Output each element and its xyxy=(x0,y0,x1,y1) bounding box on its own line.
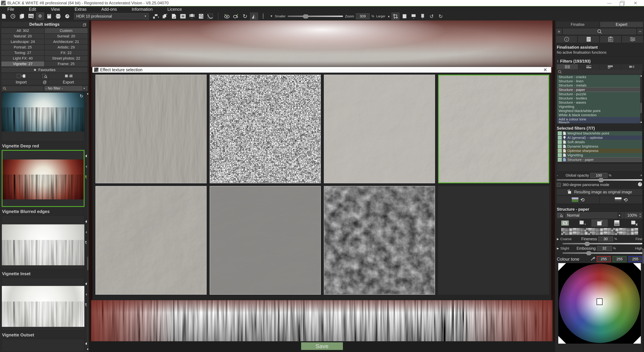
filter-item[interactable]: Structure - puzzle xyxy=(557,92,642,96)
checkbox-checked-icon[interactable] xyxy=(558,132,562,135)
menu-file[interactable]: File xyxy=(0,6,22,12)
category-artistic[interactable]: Artistic: 29 xyxy=(45,45,88,50)
category-custom[interactable]: Custom xyxy=(45,28,88,33)
expander-icon[interactable]: ▶ xyxy=(557,237,559,241)
category-all[interactable]: All: 302 xyxy=(1,28,44,33)
sliders-icon[interactable] xyxy=(622,36,643,42)
minimize-icon[interactable]: — xyxy=(607,0,612,6)
fineness-value[interactable]: 30 xyxy=(598,236,613,241)
dialog-title-bar[interactable]: Effect texture selection ✕ xyxy=(92,67,551,72)
compare-3d-button[interactable]: ↔ xyxy=(188,13,196,20)
zoom-in-icon[interactable]: ▲ xyxy=(388,14,390,18)
image-stack-button[interactable] xyxy=(161,13,169,20)
global-opacity-value[interactable]: 100 xyxy=(590,173,608,178)
view-layout-button[interactable] xyxy=(179,13,187,20)
zoom-slider[interactable] xyxy=(288,16,343,17)
selection-tool-button[interactable] xyxy=(401,13,408,20)
clipboard-list-icon[interactable] xyxy=(600,36,621,42)
menu-extras[interactable]: Extras xyxy=(67,6,94,12)
export-presets-icon[interactable]: + xyxy=(49,73,88,79)
filter-item[interactable]: Structure - waves xyxy=(557,100,642,104)
histogram-curve-button[interactable] xyxy=(206,13,214,20)
preset-dropdown[interactable]: HDR 10 professional ▼ xyxy=(74,13,149,20)
category-vignette[interactable]: Vignette: 27 xyxy=(1,62,44,66)
category-natural[interactable]: Natural: 20 xyxy=(1,34,44,39)
selected-filter-item[interactable]: Dynamic brightness xyxy=(557,144,642,148)
zoom-value[interactable]: 309 xyxy=(356,14,370,19)
texture-option-strong-crumple[interactable] xyxy=(96,186,206,295)
category-toning[interactable]: Toning: 27 xyxy=(1,50,44,55)
filter-search-input[interactable] xyxy=(563,28,636,34)
import-button[interactable]: Import xyxy=(1,80,41,85)
filter-list-search-input[interactable] xyxy=(557,69,642,75)
colour-original-refresh-button[interactable]: ⟲ xyxy=(557,196,599,204)
checkbox-checked-icon[interactable] xyxy=(558,158,562,162)
slider-handle[interactable] xyxy=(586,251,591,255)
filter-item-selected[interactable]: Structure - paper xyxy=(557,87,642,92)
fit-height-button[interactable]: ↕ xyxy=(419,13,426,20)
filters-header[interactable]: ↑ Filters (193/193) xyxy=(557,59,642,64)
colour-wheel[interactable] xyxy=(558,263,641,344)
preset-search-input[interactable] xyxy=(1,86,44,91)
tab-finalise[interactable]: Finalise xyxy=(556,22,599,27)
filter-item[interactable]: Structure - linen xyxy=(557,79,642,83)
filter-item[interactable]: Bleach xyxy=(557,121,642,124)
undock-icon[interactable] xyxy=(83,23,86,27)
selected-filter-item[interactable]: Soft details xyxy=(557,140,642,144)
checkbox-checked-icon[interactable] xyxy=(558,140,562,144)
colour-green-value[interactable]: 255 xyxy=(612,256,626,262)
export-button-label[interactable]: Export xyxy=(49,80,88,85)
preset-search-icon[interactable] xyxy=(41,73,48,79)
slider-handle[interactable] xyxy=(585,242,590,246)
flip-horizontal-button[interactable] xyxy=(250,13,258,20)
category-landscape[interactable]: Landscape: 24 xyxy=(1,39,44,44)
selected-filter-item[interactable]: Optimise sharpness xyxy=(557,148,642,153)
texture-frame-icon[interactable] xyxy=(557,219,573,227)
redo-rotate-button[interactable]: ↻ xyxy=(241,13,249,20)
edit-document-button[interactable] xyxy=(170,13,178,20)
checkbox-checked-icon[interactable] xyxy=(558,144,562,148)
tab-expert[interactable]: Expert xyxy=(600,22,643,27)
original-preview-eye-button[interactable] xyxy=(223,13,231,20)
refresh-icon[interactable]: ↻ xyxy=(80,94,83,99)
rotate-right-button[interactable]: ↻ xyxy=(437,13,444,20)
save-project-button[interactable] xyxy=(45,13,53,20)
export-button[interactable] xyxy=(64,13,71,20)
eyedropper-icon[interactable] xyxy=(591,256,595,262)
filter-item[interactable]: Add a colour tone xyxy=(557,117,642,121)
menu-edit[interactable]: Edit xyxy=(22,6,44,12)
structure-opacity-spinner[interactable]: 100% ▲▼ xyxy=(624,212,642,218)
filter-item[interactable]: Weighted black/white point xyxy=(557,109,642,113)
resulting-image-button[interactable]: Resulting image as original image xyxy=(557,189,642,195)
scrollbar-handle[interactable] xyxy=(642,248,644,264)
view-mode-compact-icon[interactable] xyxy=(578,64,600,69)
selected-filter-item[interactable]: AI (general) – optimise xyxy=(557,136,642,140)
checkbox-checked-icon[interactable] xyxy=(558,153,562,157)
right-panel-scrollbar[interactable] xyxy=(642,71,644,352)
preset-thumbnail-outset[interactable] xyxy=(2,339,84,351)
at-button[interactable]: @ xyxy=(41,80,48,85)
checkbox-checked-icon[interactable] xyxy=(558,136,562,140)
presets-scrollbar[interactable] xyxy=(87,92,88,351)
texture-option-fabric[interactable] xyxy=(96,75,206,183)
checkbox-checked-icon[interactable] xyxy=(558,149,562,152)
texture-gradient-icon[interactable] xyxy=(609,219,625,227)
dialog-close-icon[interactable]: ✕ xyxy=(544,67,550,72)
settings-gear-button[interactable]: ⚙ xyxy=(36,13,44,20)
grayscale-original-refresh-button[interactable]: ⟲ xyxy=(600,196,642,204)
history-button[interactable] xyxy=(9,13,17,20)
menu-view[interactable]: View xyxy=(44,6,67,12)
texture-add-icon[interactable]: + xyxy=(574,219,590,227)
category-surreal[interactable]: Surreal: 20 xyxy=(45,34,88,39)
print-button[interactable] xyxy=(54,13,62,20)
texture-option-soft-paper[interactable] xyxy=(324,75,435,183)
list-item[interactable]: ↻ xyxy=(2,92,84,141)
rotate-left-button[interactable]: ↺ xyxy=(428,13,436,20)
colour-blue-value[interactable]: 255 xyxy=(628,256,642,262)
favourites-button[interactable]: ★ Favourites xyxy=(1,68,88,72)
selected-filter-item-active[interactable]: Structure - paper xyxy=(557,157,642,162)
menu-licence[interactable]: Licence xyxy=(160,6,189,12)
colour-red-value[interactable]: 255 xyxy=(597,256,611,262)
info-icon[interactable]: i xyxy=(556,36,577,42)
menu-add-ons[interactable]: Add-ons xyxy=(94,6,124,12)
